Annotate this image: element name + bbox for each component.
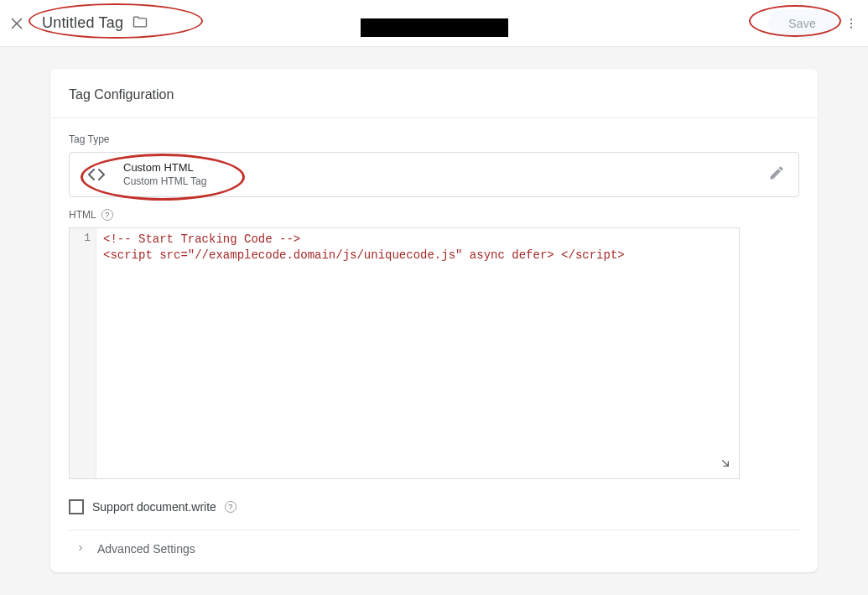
support-document-write-label: Support document.write [92, 500, 216, 514]
code-line-2: <script src="//examplecode.domain/js/uni… [103, 248, 625, 262]
code-gutter: 1 [70, 228, 96, 478]
tag-type-desc: Custom HTML Tag [123, 175, 206, 189]
help-icon[interactable]: ? [225, 501, 236, 513]
html-label: HTML [69, 209, 96, 221]
html-code-editor[interactable]: 1 <!-- Start Tracking Code --> <script s… [69, 227, 740, 479]
folder-icon [132, 13, 148, 34]
svg-point-3 [850, 22, 852, 23]
edit-icon[interactable] [768, 164, 785, 185]
resize-handle-icon[interactable] [719, 457, 732, 473]
advanced-settings-label: Advanced Settings [97, 542, 195, 556]
support-document-write-checkbox[interactable] [69, 499, 84, 514]
code-content[interactable]: <!-- Start Tracking Code --> <script src… [96, 228, 739, 478]
code-line-1: <!-- Start Tracking Code --> [103, 232, 300, 246]
advanced-settings-toggle[interactable]: Advanced Settings [50, 530, 818, 556]
help-icon[interactable]: ? [101, 209, 113, 221]
svg-line-5 [723, 461, 729, 467]
chevron-right-icon [75, 542, 86, 556]
redacted-region [361, 18, 508, 37]
svg-point-2 [850, 18, 852, 20]
card-heading: Tag Configuration [69, 87, 799, 102]
tag-title[interactable]: Untitled Tag [34, 8, 157, 39]
save-button[interactable]: Save [768, 9, 836, 38]
tag-type-row[interactable]: Custom HTML Custom HTML Tag [69, 152, 799, 197]
code-brackets-icon [83, 161, 110, 188]
gutter-line-1: 1 [70, 232, 91, 244]
tag-configuration-card: Tag Configuration Tag Type Custom HTML C… [50, 69, 818, 572]
tag-type-label: Tag Type [69, 133, 799, 145]
tag-type-name: Custom HTML [123, 161, 206, 175]
kebab-menu-icon[interactable] [841, 13, 861, 34]
close-icon[interactable] [7, 13, 27, 34]
tag-title-text: Untitled Tag [42, 14, 123, 32]
svg-point-4 [850, 26, 852, 28]
